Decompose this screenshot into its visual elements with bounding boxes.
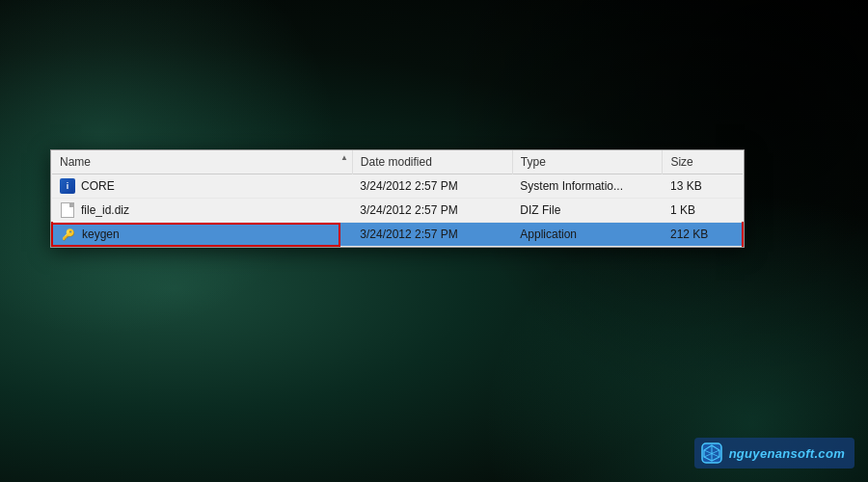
table-row[interactable]: 🔑 keygen 3/24/2012 2:57 PM Application 2…	[52, 223, 743, 247]
file-name-cell: i CORE	[52, 174, 352, 199]
core-icon: i	[60, 178, 75, 194]
watermark: nguyenansoft.com	[694, 438, 854, 469]
col-header-name[interactable]: Name ▲	[52, 150, 352, 174]
table-row[interactable]: file_id.diz 3/24/2012 2:57 PM DIZ File 1…	[52, 199, 743, 223]
explorer-window: Name ▲ Date modified Type Size	[50, 149, 745, 248]
file-name-label: keygen	[82, 228, 120, 241]
file-type-cell: DIZ File	[512, 199, 663, 223]
column-headers: Name ▲ Date modified Type Size	[52, 150, 743, 174]
table-row[interactable]: i CORE 3/24/2012 2:57 PM System Informat…	[52, 174, 743, 199]
file-name-label: CORE	[81, 179, 115, 193]
file-date-cell: 3/24/2012 2:57 PM	[352, 223, 512, 247]
nguyenansoft-logo-icon	[700, 442, 723, 465]
file-type-cell: Application	[512, 223, 663, 247]
col-header-size[interactable]: Size	[663, 150, 743, 174]
file-size-cell: 13 KB	[663, 174, 743, 199]
file-date-cell: 3/24/2012 2:57 PM	[352, 199, 512, 223]
file-list-container: Name ▲ Date modified Type Size	[51, 150, 744, 247]
file-name-cell: file_id.diz	[52, 199, 352, 223]
keygen-icon: 🔑	[61, 227, 76, 242]
watermark-text: nguyenansoft.com	[729, 446, 845, 461]
file-name-label: file_id.diz	[81, 203, 129, 217]
diz-icon	[60, 202, 75, 218]
sort-arrow-icon: ▲	[340, 153, 348, 162]
file-size-cell: 1 KB	[663, 199, 743, 223]
file-type-cell: System Informatio...	[512, 174, 663, 199]
file-name-cell: 🔑 keygen	[52, 223, 352, 247]
file-date-cell: 3/24/2012 2:57 PM	[352, 174, 512, 199]
col-header-date[interactable]: Date modified	[352, 150, 512, 174]
file-table: Name ▲ Date modified Type Size	[51, 150, 744, 247]
file-size-cell: 212 KB	[663, 223, 743, 247]
col-header-type[interactable]: Type	[512, 150, 663, 174]
